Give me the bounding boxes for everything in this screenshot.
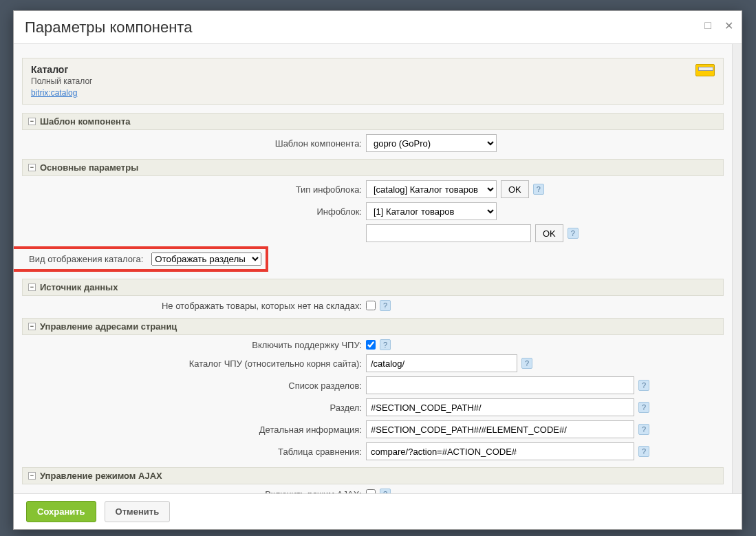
ok-button-iblock-type[interactable]: OK (501, 180, 529, 198)
dialog-footer: Сохранить Отменить (14, 493, 742, 529)
multi-select-placeholder[interactable] (366, 224, 531, 242)
help-icon[interactable]: ? (380, 489, 391, 493)
dialog-title-text: Параметры компонента (25, 19, 192, 36)
input-sef-folder[interactable] (366, 354, 517, 372)
help-icon[interactable]: ? (638, 402, 649, 413)
section-template-title: Шаблон компонента (40, 116, 131, 127)
section-ajax-header: − Управление режимом AJAX (22, 467, 724, 484)
input-detail[interactable] (366, 420, 634, 438)
maximize-icon[interactable]: □ (702, 19, 714, 32)
select-template[interactable]: gopro (GoPro) (366, 134, 497, 152)
section-sef-header: − Управление адресами страниц (22, 318, 724, 335)
input-section-list[interactable] (366, 376, 634, 394)
section-main-title: Основные параметры (40, 162, 138, 173)
label-template: Шаблон компонента: (22, 138, 366, 149)
label-iblock-type: Тип инфоблока: (22, 184, 366, 195)
label-section: Раздел: (22, 403, 366, 413)
section-ajax-title: Управление режимом AJAX (40, 471, 162, 481)
label-iblock: Инфоблок: (22, 206, 366, 217)
component-desc: Полный каталог (31, 76, 92, 86)
select-iblock[interactable]: [1] Каталог товаров (366, 202, 497, 220)
section-main-header: − Основные параметры (22, 159, 724, 176)
collapse-icon[interactable]: − (28, 164, 36, 171)
help-icon[interactable]: ? (533, 184, 544, 195)
section-template-header: − Шаблон компонента (22, 113, 724, 130)
component-params-dialog: Параметры компонента □ ✕ Каталог Полный … (13, 10, 742, 530)
collapse-icon[interactable]: − (28, 472, 36, 480)
section-datasource-header: − Источник данных (22, 279, 724, 296)
highlighted-row: Вид отображения каталога: Отображать раз… (14, 246, 268, 272)
label-catalog-view: Вид отображения каталога: (14, 254, 147, 264)
label-sef-enable: Включить поддержку ЧПУ: (22, 340, 366, 350)
component-code-link[interactable]: bitrix:catalog (31, 88, 77, 98)
save-button[interactable]: Сохранить (26, 501, 96, 522)
label-sef-folder: Каталог ЧПУ (относительно корня сайта): (22, 358, 366, 369)
label-section-list: Список разделов: (22, 380, 366, 391)
label-hide-unavail: Не отображать товары, которых нет на скл… (22, 301, 366, 311)
select-iblock-type[interactable]: [catalog] Каталог товаров (366, 180, 497, 198)
select-catalog-view[interactable]: Отображать разделы (151, 253, 261, 266)
dialog-title-bar: Параметры компонента □ ✕ (14, 11, 742, 44)
help-icon[interactable]: ? (380, 300, 391, 311)
label-detail: Детальная информация: (22, 425, 366, 435)
help-icon[interactable]: ? (638, 424, 649, 435)
collapse-icon[interactable]: − (28, 283, 36, 291)
cancel-button[interactable]: Отменить (105, 501, 171, 522)
section-datasource-title: Источник данных (40, 282, 118, 292)
help-icon[interactable]: ? (638, 446, 649, 457)
dialog-content: Каталог Полный каталог bitrix:catalog − … (14, 44, 732, 493)
section-sef-title: Управление адресами страниц (40, 321, 177, 332)
ok-button-iblock[interactable]: OK (535, 224, 563, 242)
checkbox-hide-unavail[interactable] (366, 301, 376, 310)
component-header: Каталог Полный каталог bitrix:catalog (22, 58, 724, 105)
collapse-icon[interactable]: − (28, 118, 36, 125)
help-icon[interactable]: ? (638, 380, 649, 391)
component-badge-icon (695, 64, 715, 76)
input-section[interactable] (366, 398, 634, 416)
scrollbar[interactable] (732, 44, 742, 493)
checkbox-sef-enable[interactable] (366, 340, 376, 350)
help-icon[interactable]: ? (380, 339, 391, 350)
input-compare[interactable] (366, 442, 634, 460)
collapse-icon[interactable]: − (28, 323, 36, 330)
help-icon[interactable]: ? (568, 228, 579, 239)
close-icon[interactable]: ✕ (722, 19, 735, 32)
label-compare: Таблица сравнения: (22, 447, 366, 457)
component-name: Каталог (31, 64, 92, 75)
help-icon[interactable]: ? (521, 358, 532, 369)
